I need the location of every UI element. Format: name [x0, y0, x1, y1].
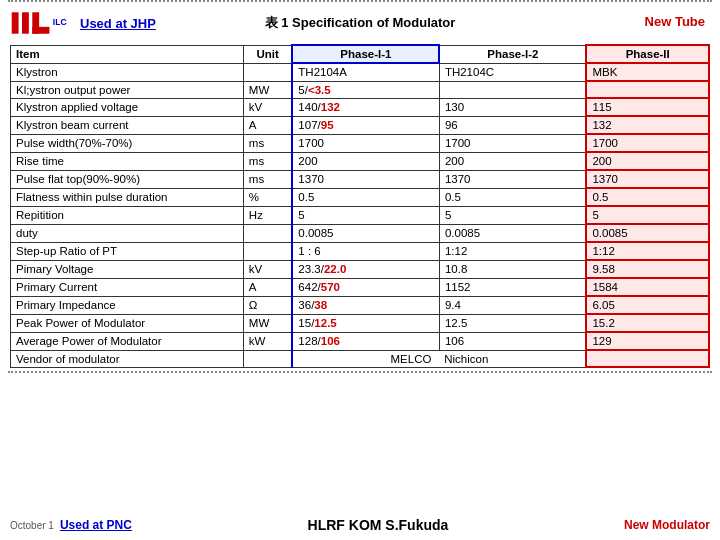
row-klystron-pii: MBK	[586, 63, 709, 81]
table-row: Kl;ystron output power MW 5/<3.5	[11, 81, 710, 98]
svg-rect-3	[32, 27, 49, 34]
table-title: 表 1 Specification of Modulator	[265, 14, 456, 32]
row-pcurrent-pii: 1584	[586, 278, 709, 296]
row-klystron-unit	[243, 63, 292, 81]
svg-rect-0	[12, 12, 19, 33]
row-current-p2: 96	[439, 116, 586, 134]
table-row: Vendor of modulator MELCO Nichicon	[11, 350, 710, 367]
row-rep-p2: 5	[439, 206, 586, 224]
row-vendor-item: Vendor of modulator	[11, 350, 244, 367]
table-row: Peak Power of Modulator MW 15/12.5 12.5 …	[11, 314, 710, 332]
row-current-unit: A	[243, 116, 292, 134]
row-rise-p2: 200	[439, 152, 586, 170]
row-klystron-p1: TH2104A	[292, 63, 439, 81]
row-peakpower-unit: MW	[243, 314, 292, 332]
table-row: Flatness within pulse duration % 0.5 0.5…	[11, 188, 710, 206]
row-duty-item: duty	[11, 224, 244, 242]
table-row: Pulse flat top(90%-90%) ms 1370 1370 137…	[11, 170, 710, 188]
primary-impedance-row: Primary Impedance Ω 36/38 9.4 6.05	[11, 296, 710, 314]
row-flatness-p2: 0.5	[439, 188, 586, 206]
row-vendor-p1p2: MELCO Nichicon	[292, 350, 586, 367]
row-flattop-p1: 1370	[292, 170, 439, 188]
table-header-row: Item Unit Phase-I-1 Phase-I-2 Phase-II	[11, 45, 710, 63]
row-avgpower-p1: 128/106	[292, 332, 439, 350]
row-pwidth-unit: ms	[243, 134, 292, 152]
row-klystron-item: Klystron	[11, 63, 244, 81]
new-modulator-label: New Modulator	[624, 518, 710, 532]
row-rise-item: Rise time	[11, 152, 244, 170]
row-peakpower-p1: 15/12.5	[292, 314, 439, 332]
row-pvoltage-p1: 23.3/22.0	[292, 260, 439, 278]
row-avgpower-p2: 106	[439, 332, 586, 350]
col-header-phase2: Phase-I-2	[439, 45, 586, 63]
row-pimpedance-unit: Ω	[243, 296, 292, 314]
row-vendor-unit	[243, 350, 292, 367]
col-header-phase1: Phase-I-1	[292, 45, 439, 63]
row-rep-p1: 5	[292, 206, 439, 224]
row-pcurrent-p2: 1152	[439, 278, 586, 296]
row-voltage-p1: 140/132	[292, 98, 439, 116]
col-header-item: Item	[11, 45, 244, 63]
row-pwidth-pii: 1700	[586, 134, 709, 152]
row-rep-item: Repitition	[11, 206, 244, 224]
row-rise-unit: ms	[243, 152, 292, 170]
row-voltage-unit: kV	[243, 98, 292, 116]
row-flatness-pii: 0.5	[586, 188, 709, 206]
date-text: October 1	[10, 520, 54, 531]
table-row: Rise time ms 200 200 200	[11, 152, 710, 170]
row-flattop-pii: 1370	[586, 170, 709, 188]
row-flattop-p2: 1370	[439, 170, 586, 188]
row-pvoltage-p2: 10.8	[439, 260, 586, 278]
row-stepup-pii: 1:12	[586, 242, 709, 260]
footer: October 1 Used at PNC HLRF KOM S.Fukuda …	[0, 515, 720, 535]
row-output-item: Kl;ystron output power	[11, 81, 244, 98]
row-pwidth-item: Pulse width(70%-70%)	[11, 134, 244, 152]
row-pwidth-p2: 1700	[439, 134, 586, 152]
specification-table: Item Unit Phase-I-1 Phase-I-2 Phase-II K…	[10, 44, 710, 368]
svg-text:ILC: ILC	[53, 17, 67, 27]
row-peakpower-item: Peak Power of Modulator	[11, 314, 244, 332]
row-flatness-p1: 0.5	[292, 188, 439, 206]
row-stepup-p1: 1 : 6	[292, 242, 439, 260]
row-pvoltage-item: Pimary Voltage	[11, 260, 244, 278]
row-avgpower-item: Average Power of Modulator	[11, 332, 244, 350]
table-row: Pimary Voltage kV 23.3/22.0 10.8 9.58	[11, 260, 710, 278]
row-klystron-p2: TH2104C	[439, 63, 586, 81]
row-stepup-unit	[243, 242, 292, 260]
row-pvoltage-unit: kV	[243, 260, 292, 278]
footer-center-text: HLRF KOM S.Fukuda	[308, 517, 449, 533]
table-row: Klystron applied voltage kV 140/132 130 …	[11, 98, 710, 116]
row-duty-unit	[243, 224, 292, 242]
row-current-item: Klystron beam current	[11, 116, 244, 134]
new-tube-label: New Tube	[645, 14, 705, 29]
row-rep-unit: Hz	[243, 206, 292, 224]
row-peakpower-pii: 15.2	[586, 314, 709, 332]
table-row: duty 0.0085 0.0085 0.0085	[11, 224, 710, 242]
row-output-unit: MW	[243, 81, 292, 98]
row-voltage-item: Klystron applied voltage	[11, 98, 244, 116]
table-row: Step-up Ratio of PT 1 : 6 1:12 1:12	[11, 242, 710, 260]
row-duty-p2: 0.0085	[439, 224, 586, 242]
table-row: Primary Current A 642/570 1152 1584	[11, 278, 710, 296]
row-pcurrent-p1: 642/570	[292, 278, 439, 296]
row-pimpedance-p2: 9.4	[439, 296, 586, 314]
row-flattop-item: Pulse flat top(90%-90%)	[11, 170, 244, 188]
row-voltage-pii: 115	[586, 98, 709, 116]
page-container: ILC Used at JHP 表 1 Specification of Mod…	[0, 0, 720, 540]
row-current-pii: 132	[586, 116, 709, 134]
row-pcurrent-unit: A	[243, 278, 292, 296]
used-at-pnc-link[interactable]: Used at PNC	[60, 518, 132, 532]
row-duty-p1: 0.0085	[292, 224, 439, 242]
row-rise-p1: 200	[292, 152, 439, 170]
row-stepup-p2: 1:12	[439, 242, 586, 260]
footer-left: October 1 Used at PNC	[10, 518, 132, 532]
col-header-unit: Unit	[243, 45, 292, 63]
svg-rect-1	[22, 12, 29, 33]
table-row: Klystron beam current A 107/95 96 132	[11, 116, 710, 134]
used-at-jhp-link[interactable]: Used at JHP	[80, 16, 156, 31]
table-row: Repitition Hz 5 5 5	[11, 206, 710, 224]
row-output-p1: 5/<3.5	[292, 81, 439, 98]
row-pvoltage-pii: 9.58	[586, 260, 709, 278]
row-flatness-item: Flatness within pulse duration	[11, 188, 244, 206]
row-rise-pii: 200	[586, 152, 709, 170]
